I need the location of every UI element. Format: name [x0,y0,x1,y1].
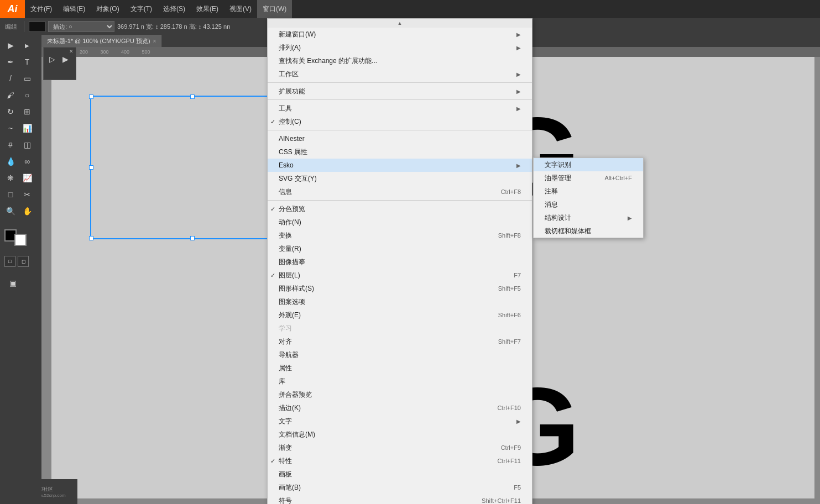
menu-text[interactable]: 文字 ▶ [268,414,532,428]
submenu-arrow-icon: ▶ [516,418,521,424]
menu-symbols[interactable]: 符号 Shift+Ctrl+F11 [268,494,532,504]
menu-select[interactable]: 选择(S) [158,0,191,18]
menu-stroke[interactable]: 描边(K) Ctrl+F10 [268,401,532,414]
menu-variables[interactable]: 变量(R) [268,242,532,255]
menu-effect[interactable]: 效果(E) [191,0,224,18]
handle-tl[interactable] [89,95,93,99]
menu-learn: 学习 [268,322,532,335]
handle-bl[interactable] [89,236,93,240]
menu-flattener[interactable]: 拼合器预览 [268,388,532,401]
color-box[interactable] [29,21,45,32]
menu-type[interactable]: 文字(T) [125,0,158,18]
menu-image-trace[interactable]: 图像描摹 [268,255,532,269]
menu-layers[interactable]: ✓ 图层(L) F7 [268,269,532,282]
menu-css[interactable]: CSS 属性 [268,145,532,159]
menu-attributes[interactable]: 属性 [268,361,532,375]
zoom-tool[interactable]: 🔍 [2,203,19,219]
view-icons: ▣ [0,272,41,277]
menu-edit[interactable]: 编辑(E) [58,0,91,18]
menu-tools[interactable]: 工具 ▶ [268,102,532,115]
menu-exchange[interactable]: 查找有关 Exchange 的扩展功能... [268,54,532,67]
screen-mode[interactable]: ◻ [18,256,29,267]
type-tool[interactable]: T [19,54,35,70]
eyedropper-tool[interactable]: 💧 [2,153,19,170]
menu-arrange[interactable]: 排列(A) ▶ [268,41,532,54]
change-screen-mode[interactable]: ▣ [4,275,21,291]
menu-control[interactable]: ✓ 控制(C) [268,115,532,128]
artboard-tool[interactable]: □ [2,186,19,203]
mini-panel: ✕ ▷ ▶ [43,47,76,80]
panel-tool-2[interactable]: ▶ [59,53,71,65]
rotate-tool[interactable]: ↻ [2,103,19,120]
normal-mode[interactable]: □ [4,256,15,267]
shortcut-label: Ctrl+F10 [498,405,521,411]
direct-selection-tool[interactable]: ▶ [19,37,35,54]
menu-workspace[interactable]: 工作区 ▶ [268,67,532,81]
menu-navigator[interactable]: 导航器 [268,348,532,361]
esko-message[interactable]: 消息 [534,198,643,211]
menu-file[interactable]: 文件(F) [25,0,58,18]
panel-close-button[interactable]: ✕ [69,49,74,54]
line-tool[interactable]: / [2,70,19,87]
menu-esko[interactable]: Esko ▶ 文字识别 油墨管理 Alt+Ctrl+F 注释 消息 结构设计 ▶… [268,159,532,172]
menu-extensions[interactable]: 扩展功能 ▶ [268,85,532,98]
scroll-up-arrow[interactable]: ▲ [268,19,532,28]
menu-doc-info[interactable]: 文档信息(M) [268,428,532,441]
blob-brush-tool[interactable]: ○ [19,87,35,103]
menu-gradient[interactable]: 渐变 Ctrl+F9 [268,441,532,454]
stroke-color[interactable] [14,234,27,246]
menu-artboard[interactable]: 画板 [268,468,532,481]
menu-item-label: 工具 [279,104,292,113]
esko-comment[interactable]: 注释 [534,185,643,198]
menu-actions[interactable]: 动作(N) [268,216,532,229]
menu-info[interactable]: 信息 Ctrl+F8 [268,185,532,198]
menu-svg[interactable]: SVG 交互(Y) [268,172,532,185]
submenu-arrow-icon: ▶ [516,106,521,112]
menu-new-window[interactable]: 新建窗口(W) ▶ [268,28,532,41]
column-graph-tool[interactable]: 📈 [19,170,35,186]
menu-items: 文件(F) 编辑(E) 对象(O) 文字(T) 选择(S) 效果(E) 视图(V… [25,0,292,18]
menu-align[interactable]: 对齐 Shift+F7 [268,335,532,348]
menu-item-label: 工作区 [279,70,299,79]
warp-tool[interactable]: ~ [2,120,19,136]
handle-bc[interactable] [190,236,195,240]
esko-ocr[interactable]: 文字识别 [534,158,643,171]
menu-item-label: 属性 [279,364,292,373]
panel-tool-1[interactable]: ▷ [46,53,58,65]
submenu-arrow-icon: ▶ [516,88,521,95]
handle-tc[interactable] [190,95,195,99]
menu-object[interactable]: 对象(O) [91,0,124,18]
paintbrush-tool[interactable]: 🖌 [2,87,19,103]
symbol-tool[interactable]: ❋ [2,170,19,186]
rect-tool[interactable]: ▭ [19,70,35,87]
menu-appearance[interactable]: 外观(E) Shift+F6 [268,308,532,322]
document-tab[interactable]: 未标题-1* @ 100% (CMYK/GPU 预览) × [41,35,162,47]
blend-tool[interactable]: ∞ [19,153,35,170]
graph-tool[interactable]: 📊 [19,120,35,136]
menu-properties[interactable]: ✓ 特性 Ctrl+F11 [268,454,532,468]
menu-pattern[interactable]: 图案选项 [268,295,532,308]
mesh-tool[interactable]: # [2,136,19,153]
tab-close-button[interactable]: × [153,38,156,44]
slice-tool[interactable]: ✂ [19,186,35,203]
menu-color-sep[interactable]: ✓ 分色预览 [268,202,532,216]
hand-tool[interactable]: ✋ [19,203,35,219]
selection-tool[interactable]: ▶ [2,37,19,54]
menu-brushes[interactable]: 画笔(B) F5 [268,481,532,494]
menu-libraries[interactable]: 库 [268,375,532,388]
handle-ml[interactable] [89,165,93,170]
esko-crop-media[interactable]: 裁切框和媒体框 [534,224,643,238]
pen-tool[interactable]: ✒ [2,54,19,70]
menu-graphic-styles[interactable]: 图形样式(S) Shift+F5 [268,282,532,295]
esko-struct-design[interactable]: 结构设计 ▶ [534,211,643,224]
menu-ainester[interactable]: AINester [268,132,532,145]
esko-ink-mgr[interactable]: 油墨管理 Alt+Ctrl+F [534,171,643,185]
gradient-tool[interactable]: ◫ [19,136,35,153]
menu-transform[interactable]: 变换 Shift+F8 [268,229,532,242]
menu-view[interactable]: 视图(V) [224,0,257,18]
menu-window[interactable]: 窗口(W) [257,0,292,18]
menu-item-label: 图形样式(S) [279,284,314,293]
color-swatches [0,227,41,244]
scale-tool[interactable]: ⊞ [19,103,35,120]
stroke-dropdown[interactable]: 描边: ○ [48,21,114,32]
